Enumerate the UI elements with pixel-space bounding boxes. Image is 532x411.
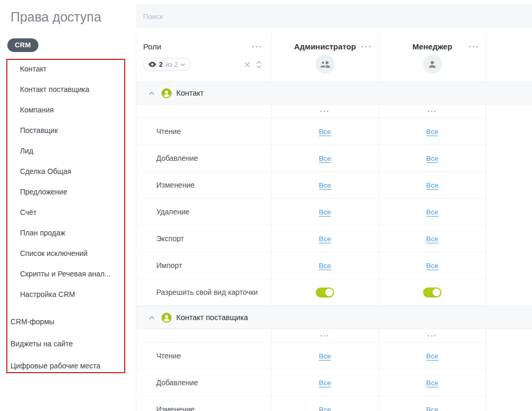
permission-value-link[interactable]: Все bbox=[319, 155, 331, 162]
permission-row: ДобавлениеВсеВсе bbox=[136, 145, 532, 172]
permission-value-link[interactable]: Все bbox=[319, 406, 331, 411]
sidebar: Права доступа CRM КонтактКонтакт поставщ… bbox=[0, 0, 136, 411]
sidebar-item[interactable]: Скрипты и Речевая анал... bbox=[0, 263, 136, 284]
header-tools bbox=[244, 61, 263, 68]
sidebar-item[interactable]: Контакт поставщика bbox=[0, 79, 136, 99]
permission-value-link[interactable]: Все bbox=[426, 128, 438, 136]
permission-value-link[interactable]: Все bbox=[426, 181, 438, 189]
permission-label: Добавление bbox=[136, 369, 272, 396]
admin-avatar[interactable] bbox=[316, 55, 335, 74]
toggle-switch[interactable] bbox=[316, 287, 334, 297]
permission-value-link[interactable]: Все bbox=[426, 155, 438, 162]
sidebar-item[interactable]: План продаж bbox=[0, 222, 136, 243]
permission-row: ДобавлениеВсеВсе bbox=[136, 369, 532, 396]
ellipsis-menu-icon[interactable]: ··· bbox=[320, 108, 330, 115]
manager-avatar[interactable] bbox=[423, 55, 442, 74]
chevron-up-icon[interactable] bbox=[149, 91, 155, 95]
permission-value-link[interactable]: Все bbox=[426, 379, 438, 387]
section-title: Контакт поставщика bbox=[176, 313, 248, 322]
one-person-icon bbox=[428, 60, 437, 68]
sidebar-other-list: CRM-формыВиджеты на сайтеЦифровые рабочи… bbox=[0, 311, 136, 377]
permission-row: УдалениеВсеВсе bbox=[136, 199, 532, 225]
search-input[interactable] bbox=[143, 13, 525, 20]
crm-section-badge[interactable]: CRM bbox=[7, 38, 38, 52]
up-down-chevrons-icon[interactable] bbox=[256, 61, 262, 68]
permission-label: Разрешить свой вид карточки bbox=[136, 279, 272, 306]
permission-row: ИзменениеВсеВсе bbox=[136, 172, 532, 199]
green-person-circle-icon bbox=[161, 88, 172, 99]
role-menu-icon[interactable]: ··· bbox=[469, 43, 479, 51]
sidebar-item[interactable]: Настройка CRM bbox=[0, 284, 136, 304]
two-person-icon bbox=[319, 60, 331, 68]
permission-label: Импорт bbox=[136, 252, 272, 279]
permission-value-link[interactable]: Все bbox=[426, 208, 438, 216]
roles-header-cell: Роли ··· 2 из 2 bbox=[136, 34, 272, 81]
role-column-label: Администратор bbox=[294, 42, 356, 51]
permission-row: ЧтениеВсеВсе bbox=[136, 118, 532, 145]
sidebar-item[interactable]: Лид bbox=[0, 140, 136, 161]
permission-row: ЧтениеВсеВсе bbox=[136, 343, 532, 369]
permission-value-link[interactable]: Все bbox=[426, 406, 438, 411]
ellipsis-menu-icon[interactable]: ··· bbox=[427, 108, 437, 115]
role-column-manager: Менеджер ··· bbox=[379, 34, 486, 81]
filter-total: из 2 bbox=[165, 60, 178, 68]
roles-menu-icon[interactable]: ··· bbox=[252, 43, 263, 51]
section-header[interactable]: Контакт поставщика bbox=[136, 306, 532, 329]
collapse-cross-icon[interactable] bbox=[244, 61, 250, 68]
search-bar bbox=[136, 4, 532, 28]
permission-label: Чтение bbox=[136, 118, 272, 145]
permission-value-link[interactable]: Все bbox=[319, 352, 331, 360]
role-column-label: Менеджер bbox=[413, 42, 453, 51]
badge-row: CRM bbox=[7, 38, 136, 52]
sidebar-item[interactable]: CRM-формы bbox=[0, 311, 136, 333]
green-person-circle-icon bbox=[161, 312, 172, 323]
permission-value-link[interactable]: Все bbox=[319, 262, 331, 270]
permission-label: Добавление bbox=[136, 145, 272, 172]
permission-row: Разрешить свой вид карточки bbox=[136, 279, 532, 306]
sidebar-crm-list: КонтактКонтакт поставщикаКомпанияПоставщ… bbox=[0, 58, 136, 304]
section-title: Контакт bbox=[176, 89, 204, 97]
ellipsis-menu-icon[interactable]: ··· bbox=[320, 332, 330, 340]
header-spacer bbox=[486, 34, 532, 81]
roles-header-label: Роли bbox=[143, 42, 162, 51]
permissions-table: Роли ··· 2 из 2 bbox=[136, 34, 532, 411]
permission-label: Экспорт bbox=[136, 225, 272, 252]
sidebar-item[interactable]: Счёт bbox=[0, 202, 136, 222]
sidebar-item[interactable]: Сделка Общая bbox=[0, 161, 136, 181]
permission-value-link[interactable]: Все bbox=[319, 379, 331, 387]
permission-value-link[interactable]: Все bbox=[319, 128, 331, 136]
permission-value-link[interactable]: Все bbox=[319, 208, 331, 216]
toggle-switch[interactable] bbox=[423, 287, 441, 297]
permission-label: Чтение bbox=[136, 343, 272, 369]
section-header[interactable]: Контакт bbox=[136, 81, 532, 105]
role-column-admin: Администратор ··· bbox=[272, 34, 379, 81]
table-header: Роли ··· 2 из 2 bbox=[136, 34, 532, 81]
sidebar-item[interactable]: Поставщик bbox=[0, 120, 136, 140]
permission-value-link[interactable]: Все bbox=[319, 235, 331, 243]
permission-row: ЭкспортВсеВсе bbox=[136, 225, 532, 252]
table-body: Контакт······ЧтениеВсеВсеДобавлениеВсеВс… bbox=[136, 81, 532, 411]
eye-icon bbox=[148, 61, 156, 67]
permission-value-link[interactable]: Все bbox=[319, 181, 331, 189]
chevron-up-icon[interactable] bbox=[149, 316, 155, 320]
role-menu-icon[interactable]: ··· bbox=[362, 43, 372, 51]
sidebar-item[interactable]: Контакт bbox=[0, 58, 136, 79]
permission-label: Удаление bbox=[136, 199, 272, 225]
permission-row: ИмпортВсеВсе bbox=[136, 252, 532, 279]
sidebar-item[interactable]: Список исключений bbox=[0, 243, 136, 263]
ellipsis-menu-icon[interactable]: ··· bbox=[427, 332, 437, 340]
permission-value-link[interactable]: Все bbox=[426, 235, 438, 243]
page-title: Права доступа bbox=[11, 9, 136, 25]
permission-value-link[interactable]: Все bbox=[426, 262, 438, 270]
chevron-down-icon bbox=[180, 63, 185, 66]
role-filter-pill[interactable]: 2 из 2 bbox=[143, 58, 191, 71]
permission-label: Изменение bbox=[136, 172, 272, 199]
sidebar-item[interactable]: Компания bbox=[0, 99, 136, 120]
sidebar-item[interactable]: Виджеты на сайте bbox=[0, 333, 136, 355]
column-menu-row: ······ bbox=[136, 105, 532, 118]
main-panel: Роли ··· 2 из 2 bbox=[136, 0, 532, 411]
permission-label: Изменение bbox=[136, 396, 272, 411]
sidebar-item[interactable]: Цифровые рабочие места bbox=[0, 355, 136, 377]
sidebar-item[interactable]: Предложение bbox=[0, 181, 136, 202]
permission-value-link[interactable]: Все bbox=[426, 352, 438, 360]
